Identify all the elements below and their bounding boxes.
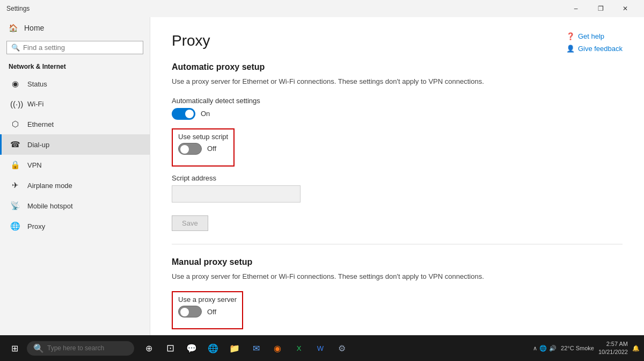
home-label: Home (24, 24, 44, 32)
script-address-label: Script address (172, 174, 623, 182)
chrome-icon[interactable]: ◉ (267, 337, 288, 359)
give-feedback-link[interactable]: 👤 Give feedback (566, 45, 623, 53)
search-input[interactable] (23, 44, 138, 52)
save-button[interactable]: Save (172, 215, 208, 231)
sidebar-item-proxy[interactable]: 🌐 Proxy (0, 216, 150, 236)
taskbar-search-box[interactable]: 🔍 (27, 341, 134, 356)
home-icon: 🏠 (9, 24, 18, 32)
manual-section-heading: Manual proxy setup (172, 257, 623, 267)
auto-detect-label: Automatically detect settings (172, 97, 623, 105)
sidebar-item-label: VPN (27, 161, 42, 169)
auto-detect-toggle[interactable] (172, 108, 195, 120)
help-links: ❓ Get help 👤 Give feedback (566, 32, 623, 53)
vpn-icon: 🔒 (10, 160, 20, 170)
widgets-icon[interactable]: ⊡ (160, 337, 180, 359)
volume-icon[interactable]: 🔊 (549, 345, 557, 352)
sidebar: 🏠 Home 🔍 Network & Internet ◉ Status ((·… (0, 17, 150, 335)
dialup-icon: ☎ (10, 140, 20, 149)
sidebar-search-box[interactable]: 🔍 (6, 41, 143, 54)
get-help-label: Get help (578, 32, 604, 40)
proxy-icon: 🌐 (10, 221, 20, 231)
auto-detect-row: Automatically detect settings On (172, 97, 623, 120)
minimize-button[interactable]: – (564, 0, 588, 17)
excel-icon[interactable]: X (289, 337, 309, 359)
sidebar-item-label: Wi-Fi (27, 100, 43, 108)
search-icon: 🔍 (11, 44, 20, 52)
sidebar-item-label: Airplane mode (27, 182, 72, 190)
chevron-up-icon[interactable]: ∧ (533, 345, 537, 352)
use-proxy-toggle-row: Off (178, 306, 237, 317)
sidebar-item-ethernet[interactable]: ⬡ Ethernet (0, 114, 150, 134)
taskbar: ⊞ 🔍 ⊕ ⊡ 💬 🌐 📁 ✉ ◉ X W ⚙ ∧ 🌐 🔊 22°C Smoke… (0, 335, 644, 361)
taskbar-search-icon: 🔍 (33, 343, 44, 353)
taskbar-clock[interactable]: 2:57 AM 10/21/2022 (598, 340, 628, 357)
chat-icon[interactable]: 💬 (181, 337, 202, 359)
hotspot-icon: 📡 (10, 201, 20, 211)
notification-icon[interactable]: 🔔 (632, 345, 640, 352)
give-feedback-label: Give feedback (578, 45, 623, 53)
sidebar-item-airplane[interactable]: ✈ Airplane mode (0, 175, 150, 196)
script-address-input[interactable] (172, 185, 301, 203)
section-divider (172, 244, 623, 244)
setup-script-highlight: Use setup script Off (172, 128, 235, 167)
automatic-proxy-section: Automatic proxy setup Use a proxy server… (172, 62, 623, 231)
manual-section-desc: Use a proxy server for Ethernet or Wi-Fi… (172, 271, 623, 282)
auto-detect-toggle-text: On (201, 110, 210, 118)
explorer-icon[interactable]: 📁 (224, 337, 245, 359)
sidebar-item-label: Mobile hotspot (27, 202, 73, 210)
setup-script-toggle-text: Off (207, 145, 216, 153)
window-controls: – ❐ ✕ (564, 0, 638, 17)
get-help-link[interactable]: ❓ Get help (566, 32, 623, 40)
sidebar-item-label: Ethernet (27, 120, 54, 128)
setup-script-label: Use setup script (178, 133, 228, 141)
taskbar-app-icons: ⊕ ⊡ 💬 🌐 📁 ✉ ◉ X W ⚙ (138, 337, 352, 359)
use-proxy-label: Use a proxy server (178, 295, 237, 304)
auto-detect-toggle-row: On (172, 108, 623, 120)
page-title: Proxy (172, 32, 623, 49)
taskbar-right: ∧ 🌐 🔊 22°C Smoke 2:57 AM 10/21/2022 🔔 (533, 340, 640, 357)
toggle-thumb-proxy (180, 308, 189, 316)
sidebar-item-status[interactable]: ◉ Status (0, 74, 150, 94)
wifi-icon: ((·)) (10, 99, 20, 109)
sidebar-item-hotspot[interactable]: 📡 Mobile hotspot (0, 196, 150, 216)
clock-date: 10/21/2022 (598, 348, 628, 356)
app-title: Settings (6, 5, 30, 12)
maximize-button[interactable]: ❐ (588, 0, 613, 17)
start-button[interactable]: ⊞ (4, 337, 25, 359)
edge-icon[interactable]: 🌐 (203, 337, 223, 359)
sidebar-item-vpn[interactable]: 🔒 VPN (0, 155, 150, 175)
word-icon[interactable]: W (310, 337, 331, 359)
sidebar-item-dialup[interactable]: ☎ Dial-up (0, 134, 150, 155)
task-view-icon[interactable]: ⊕ (138, 337, 159, 359)
automatic-section-desc: Use a proxy server for Ethernet or Wi-Fi… (172, 76, 623, 87)
system-tray-icons: ∧ 🌐 🔊 (533, 345, 557, 352)
feedback-icon: 👤 (566, 45, 575, 53)
automatic-section-heading: Automatic proxy setup (172, 62, 623, 72)
use-proxy-toggle[interactable] (178, 306, 202, 317)
clock-time: 2:57 AM (598, 340, 628, 348)
get-help-icon: ❓ (566, 32, 575, 40)
setup-script-toggle[interactable] (178, 143, 202, 155)
use-proxy-highlight: Use a proxy server Off (172, 291, 243, 329)
sidebar-item-label: Dial-up (27, 141, 49, 149)
network-icon[interactable]: 🌐 (539, 345, 547, 352)
sidebar-item-label: Proxy (27, 222, 45, 230)
content-area: ❓ Get help 👤 Give feedback Proxy Automat… (150, 17, 644, 335)
sidebar-home-item[interactable]: 🏠 Home (0, 17, 150, 39)
status-icon: ◉ (10, 79, 20, 89)
use-proxy-toggle-text: Off (207, 308, 216, 316)
sidebar-item-label: Status (27, 80, 47, 88)
close-button[interactable]: ✕ (613, 0, 638, 17)
settings-icon[interactable]: ⚙ (332, 337, 352, 359)
manual-proxy-section: Manual proxy setup Use a proxy server fo… (172, 257, 623, 336)
app-body: 🏠 Home 🔍 Network & Internet ◉ Status ((·… (0, 17, 644, 335)
ethernet-icon: ⬡ (10, 119, 20, 129)
script-address-row: Script address (172, 174, 623, 203)
toggle-thumb (185, 110, 194, 118)
setup-script-toggle-row: Off (178, 143, 228, 155)
sidebar-item-wifi[interactable]: ((·)) Wi-Fi (0, 94, 150, 114)
taskbar-search-input[interactable] (47, 344, 128, 352)
airplane-icon: ✈ (10, 180, 20, 190)
mail-icon[interactable]: ✉ (246, 337, 266, 359)
title-bar: Settings – ❐ ✕ (0, 0, 644, 17)
